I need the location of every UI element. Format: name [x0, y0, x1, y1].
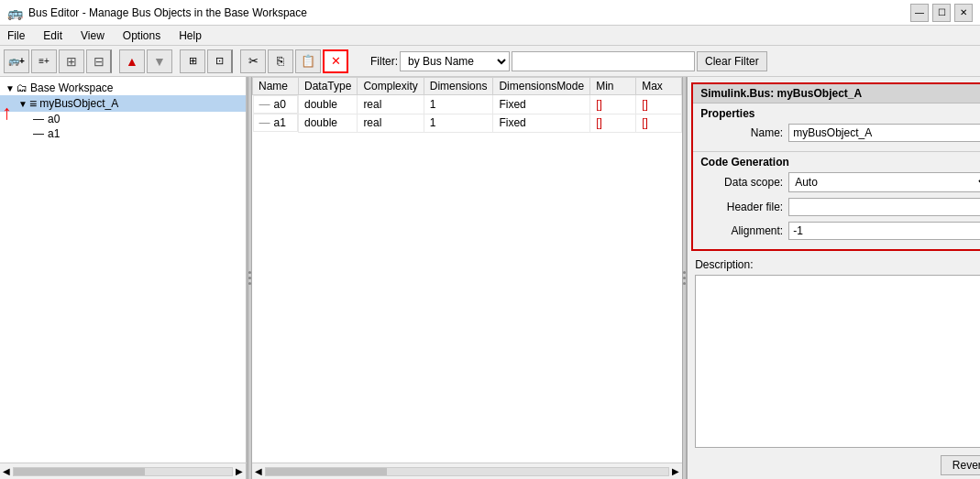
properties-box: Simulink.Bus: myBusObject_A Properties N…	[691, 82, 980, 251]
element-icon-a0: —	[33, 113, 44, 125]
alignment-input[interactable]	[788, 222, 980, 240]
collapse-all-button[interactable]: ⊟	[86, 49, 112, 73]
window-controls: — ☐ ✕	[910, 4, 973, 22]
description-area: Description:	[688, 255, 980, 452]
header-file-input[interactable]	[788, 198, 980, 216]
app-icon: 🚌	[7, 5, 23, 20]
properties-section-title: Properties	[700, 107, 980, 120]
move-down-button[interactable]: ▼	[147, 49, 172, 73]
name-input[interactable]	[788, 124, 980, 142]
data-scope-field: Data scope: Auto Exported Imported	[700, 172, 980, 192]
tree-arrow-mybusobj[interactable]: ▼	[17, 99, 29, 109]
description-label: Description:	[695, 258, 980, 271]
tree-node-a0[interactable]: — a0	[0, 112, 246, 126]
name-label: Name:	[700, 126, 783, 139]
left-hscroll[interactable]: ◀ ▶	[0, 463, 248, 479]
row1-max: []	[636, 114, 682, 132]
element-icon-a1: —	[33, 127, 44, 140]
tree-label-a0: a0	[48, 113, 60, 125]
center-scroll-track[interactable]	[265, 467, 669, 476]
left-scroll-track[interactable]	[13, 467, 233, 476]
description-textarea[interactable]	[695, 275, 980, 448]
center-hscroll[interactable]: ◀ ▶	[252, 463, 682, 479]
row1-min: []	[590, 114, 636, 132]
row0-dash: —	[259, 98, 270, 111]
menu-help[interactable]: Help	[175, 28, 205, 43]
row0-datatype: double	[299, 95, 358, 114]
header-file-label: Header file:	[700, 201, 783, 213]
row1-dash: —	[259, 116, 270, 129]
tree-node-base-workspace[interactable]: ▼ 🗂 Base Workspace	[0, 81, 246, 95]
minimize-button[interactable]: —	[910, 4, 929, 22]
filter-by-select[interactable]: by Bus Name by Signal Name	[400, 51, 510, 71]
row0-complexity: real	[358, 95, 424, 114]
col-header-name: Name	[253, 78, 299, 95]
alignment-field: Alignment:	[700, 222, 980, 240]
header-file-field: Header file:	[700, 198, 980, 216]
expand-all-button[interactable]: ⊞	[59, 49, 84, 73]
table-row[interactable]: — a1 double real 1 Fixed [] []	[253, 114, 682, 132]
tree-node-a1[interactable]: — a1	[0, 126, 246, 141]
properties-header: Simulink.Bus: myBusObject_A	[693, 84, 980, 103]
row0-max: []	[636, 95, 682, 114]
annotation-arrow: ↑	[2, 103, 12, 123]
table-row[interactable]: — a0 double real 1 Fixed [] []	[253, 95, 682, 114]
tree-arrow-base[interactable]: ▼	[4, 83, 17, 93]
tree-node-mybusobj[interactable]: ▼ ≡ myBusObject_A	[0, 95, 246, 112]
toolbar: 🚌+ ≡+ ⊞ ⊟ ▲ ▼ ⊞ ⊡ ✂ ⎘ 📋 ✕ Filter: by Bus…	[0, 46, 980, 77]
add-table-button[interactable]: ⊡	[207, 49, 233, 73]
bus-icon: ≡	[29, 96, 37, 111]
center-scroll-thumb	[266, 468, 387, 475]
left-panel: ▼ 🗂 Base Workspace ▼ ≡ myBusObject_A ↑ —…	[0, 77, 248, 479]
menu-edit[interactable]: Edit	[39, 28, 66, 43]
filter-input[interactable]	[512, 51, 695, 71]
paste-button[interactable]: 📋	[295, 49, 321, 73]
cut-button[interactable]: ✂	[240, 49, 266, 73]
row1-name: a1	[274, 116, 286, 129]
row0-dimmode: Fixed	[493, 95, 590, 114]
tree-label-base-workspace: Base Workspace	[30, 82, 114, 94]
row0-dimensions: 1	[424, 95, 493, 114]
filter-label: Filter:	[370, 55, 398, 68]
alignment-label: Alignment:	[700, 224, 783, 237]
row1-dimmode: Fixed	[493, 114, 590, 132]
row1-complexity: real	[358, 114, 424, 132]
title-bar: 🚌 Bus Editor - Manage Bus Objects in the…	[0, 0, 980, 26]
clear-filter-button[interactable]: Clear Filter	[697, 51, 767, 71]
center-scroll-left[interactable]: ◀	[252, 466, 265, 476]
move-up-button[interactable]: ▲	[119, 49, 145, 73]
row0-min: []	[590, 95, 636, 114]
right-footer: Revert	[688, 452, 980, 479]
add-grid-button[interactable]: ⊞	[180, 49, 205, 73]
col-header-max: Max	[636, 78, 682, 95]
data-scope-select[interactable]: Auto Exported Imported	[788, 172, 980, 192]
window-title: Bus Editor - Manage Bus Objects in the B…	[28, 6, 307, 19]
delete-button[interactable]: ✕	[323, 49, 348, 73]
row0-name: a0	[274, 98, 286, 111]
menu-options[interactable]: Options	[119, 28, 164, 43]
left-scroll-left[interactable]: ◀	[0, 466, 13, 476]
col-header-min: Min	[590, 78, 636, 95]
col-header-datatype: DataType	[299, 78, 358, 95]
center-panel: Name DataType Complexity Dimensions Dime…	[252, 77, 682, 479]
code-gen-section-title: Code Generation	[700, 156, 980, 169]
col-header-dimensions: Dimensions	[424, 78, 493, 95]
menu-file[interactable]: File	[4, 28, 28, 43]
revert-button[interactable]: Revert	[941, 455, 980, 475]
right-panel: Simulink.Bus: myBusObject_A Properties N…	[687, 77, 980, 479]
maximize-button[interactable]: ☐	[932, 4, 951, 22]
new-bus-button[interactable]: 🚌+	[4, 49, 29, 73]
copy-button[interactable]: ⎘	[268, 49, 293, 73]
left-scroll-right[interactable]: ▶	[233, 466, 246, 476]
data-scope-label: Data scope:	[700, 176, 783, 189]
tree-label-mybusobj: myBusObject_A	[39, 97, 118, 110]
left-scroll-thumb	[14, 468, 145, 475]
row1-datatype: double	[299, 114, 358, 132]
name-field: Name:	[700, 124, 980, 142]
folder-icon: 🗂	[17, 82, 28, 94]
menu-view[interactable]: View	[77, 28, 108, 43]
center-scroll-right[interactable]: ▶	[669, 466, 682, 476]
close-button[interactable]: ✕	[954, 4, 973, 22]
tree-label-a1: a1	[48, 127, 60, 140]
new-element-button[interactable]: ≡+	[31, 49, 57, 73]
